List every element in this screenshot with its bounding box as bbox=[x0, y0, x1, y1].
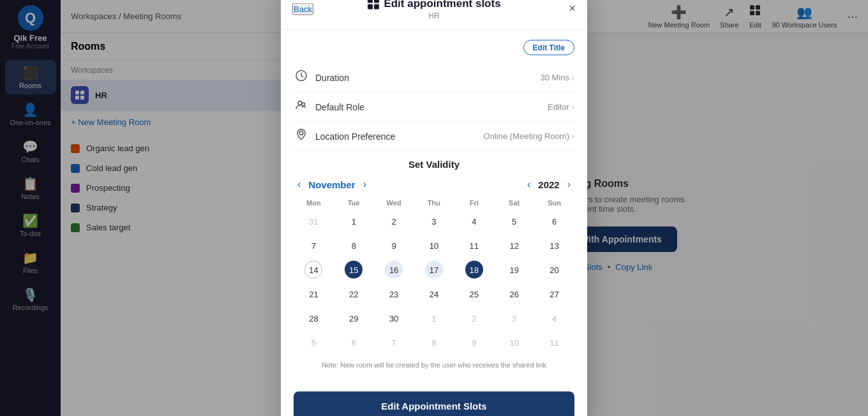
cal-day-7-next[interactable]: 7 bbox=[374, 331, 414, 355]
cal-day-30[interactable]: 30 bbox=[374, 306, 414, 331]
duration-value: 30 Mins › bbox=[540, 73, 574, 82]
calendar-header: ‹ November › ‹ 2022 › bbox=[294, 177, 574, 191]
svg-rect-8 bbox=[368, 0, 373, 3]
location-value: Online (Meeting Room) › bbox=[484, 131, 574, 141]
cal-day-18[interactable]: 18 bbox=[454, 258, 494, 282]
cal-day-10[interactable]: 10 bbox=[414, 234, 454, 258]
cal-day-3-next[interactable]: 3 bbox=[494, 306, 534, 331]
calendar-body: 31 1 2 3 4 5 6 7 8 9 10 11 12 bbox=[294, 209, 574, 355]
svg-point-15 bbox=[299, 131, 303, 135]
cal-day-8-next[interactable]: 8 bbox=[414, 331, 454, 355]
default-role-row[interactable]: Default Role Editor › bbox=[294, 93, 574, 122]
cal-day-20[interactable]: 20 bbox=[534, 258, 574, 282]
location-icon bbox=[294, 128, 309, 144]
cal-day-1-next[interactable]: 1 bbox=[414, 306, 454, 331]
cal-day-14[interactable]: 14 bbox=[294, 258, 334, 282]
cal-day-23[interactable]: 23 bbox=[374, 282, 414, 306]
year-nav: ‹ 2022 › bbox=[523, 177, 574, 191]
duration-arrow: › bbox=[572, 73, 574, 82]
modal-title: Edit appointment slots bbox=[292, 0, 576, 10]
modal-title-text: Edit appointment slots bbox=[384, 0, 500, 10]
cal-day-2[interactable]: 2 bbox=[374, 209, 414, 234]
cal-day-24[interactable]: 24 bbox=[414, 282, 454, 306]
col-fri: Fri bbox=[454, 197, 494, 209]
close-button[interactable]: × bbox=[569, 2, 576, 15]
cal-day-17[interactable]: 17 bbox=[414, 258, 454, 282]
calendar-grid: Mon Tue Wed Thu Fri Sat Sun 31 1 2 3 bbox=[294, 197, 574, 355]
cal-day-11[interactable]: 11 bbox=[454, 234, 494, 258]
table-row: 31 1 2 3 4 5 6 bbox=[294, 209, 574, 234]
cal-day-22[interactable]: 22 bbox=[334, 282, 374, 306]
table-row: 7 8 9 10 11 12 13 bbox=[294, 234, 574, 258]
prev-year-button[interactable]: ‹ bbox=[523, 177, 534, 191]
edit-title-row: Edit Title bbox=[294, 40, 574, 56]
cal-day-8[interactable]: 8 bbox=[334, 234, 374, 258]
svg-rect-9 bbox=[374, 0, 379, 3]
cal-day-9[interactable]: 9 bbox=[374, 234, 414, 258]
role-icon bbox=[294, 99, 309, 115]
calendar-header-row: Mon Tue Wed Thu Fri Sat Sun bbox=[294, 197, 574, 209]
col-thu: Thu bbox=[414, 197, 454, 209]
cal-day-19[interactable]: 19 bbox=[494, 258, 534, 282]
next-month-button[interactable]: › bbox=[359, 177, 370, 191]
cal-day-6-next[interactable]: 6 bbox=[334, 331, 374, 355]
cal-day-25[interactable]: 25 bbox=[454, 282, 494, 306]
cal-day-5[interactable]: 5 bbox=[494, 209, 534, 234]
col-mon: Mon bbox=[294, 197, 334, 209]
cal-day-4-next[interactable]: 4 bbox=[534, 306, 574, 331]
back-button[interactable]: Back bbox=[292, 3, 313, 15]
modal-header: Back Edit appointment slots HR × bbox=[281, 0, 587, 30]
col-sat: Sat bbox=[494, 197, 534, 209]
cal-day-13[interactable]: 13 bbox=[534, 234, 574, 258]
edit-appointment-modal: Back Edit appointment slots HR × Edit Ti… bbox=[281, 0, 587, 416]
cal-day-1[interactable]: 1 bbox=[334, 209, 374, 234]
cal-day-15[interactable]: 15 bbox=[334, 258, 374, 282]
cal-day-9-next[interactable]: 9 bbox=[454, 331, 494, 355]
svg-rect-10 bbox=[368, 4, 373, 10]
location-label: Location Preference bbox=[315, 131, 395, 141]
edit-title-button[interactable]: Edit Title bbox=[523, 40, 574, 56]
cal-day-29[interactable]: 29 bbox=[334, 306, 374, 331]
cal-day-6[interactable]: 6 bbox=[534, 209, 574, 234]
cal-day-10-next[interactable]: 10 bbox=[494, 331, 534, 355]
calendar-month: November bbox=[308, 179, 355, 189]
edit-slots-button[interactable]: Edit Appointment Slots bbox=[294, 392, 574, 417]
default-role-label: Default Role bbox=[315, 101, 364, 112]
cal-day-27[interactable]: 27 bbox=[534, 282, 574, 306]
default-role-value: Editor › bbox=[548, 102, 574, 112]
cal-day-5-next[interactable]: 5 bbox=[294, 331, 334, 355]
svg-rect-11 bbox=[374, 4, 379, 10]
cal-day-21[interactable]: 21 bbox=[294, 282, 334, 306]
cal-day-11-next[interactable]: 11 bbox=[534, 331, 574, 355]
modal-title-area: Edit appointment slots HR bbox=[292, 0, 576, 20]
prev-month-button[interactable]: ‹ bbox=[294, 177, 304, 191]
table-row: 14 15 16 17 18 19 20 bbox=[294, 258, 574, 282]
role-arrow: › bbox=[572, 102, 574, 111]
table-row: 28 29 30 1 2 3 4 bbox=[294, 306, 574, 331]
next-year-button[interactable]: › bbox=[564, 177, 574, 191]
clock-icon bbox=[294, 70, 309, 85]
cal-day-28[interactable]: 28 bbox=[294, 306, 334, 331]
calendar-section: Set Validity ‹ November › ‹ 2022 › Mon bbox=[294, 159, 574, 369]
cal-day-16[interactable]: 16 bbox=[374, 258, 414, 282]
duration-label: Duration bbox=[315, 72, 349, 82]
cal-day-4[interactable]: 4 bbox=[454, 209, 494, 234]
modal-body: Edit Title Duration 30 Mins › bbox=[281, 30, 587, 384]
location-arrow: › bbox=[572, 131, 574, 140]
cal-day-2-next[interactable]: 2 bbox=[454, 306, 494, 331]
cal-day-12[interactable]: 12 bbox=[494, 234, 534, 258]
col-sun: Sun bbox=[534, 197, 574, 209]
cal-day-7[interactable]: 7 bbox=[294, 234, 334, 258]
duration-row[interactable]: Duration 30 Mins › bbox=[294, 63, 574, 93]
cal-day-31-prev[interactable]: 31 bbox=[294, 209, 334, 234]
modal-subtitle: HR bbox=[292, 11, 576, 20]
table-row: 21 22 23 24 25 26 27 bbox=[294, 282, 574, 306]
table-row: 5 6 7 8 9 10 11 bbox=[294, 331, 574, 355]
col-wed: Wed bbox=[374, 197, 414, 209]
cal-day-3[interactable]: 3 bbox=[414, 209, 454, 234]
validity-title: Set Validity bbox=[294, 159, 574, 170]
location-row[interactable]: Location Preference Online (Meeting Room… bbox=[294, 122, 574, 151]
cal-day-26[interactable]: 26 bbox=[494, 282, 534, 306]
calendar-year: 2022 bbox=[538, 179, 559, 189]
col-tue: Tue bbox=[334, 197, 374, 209]
